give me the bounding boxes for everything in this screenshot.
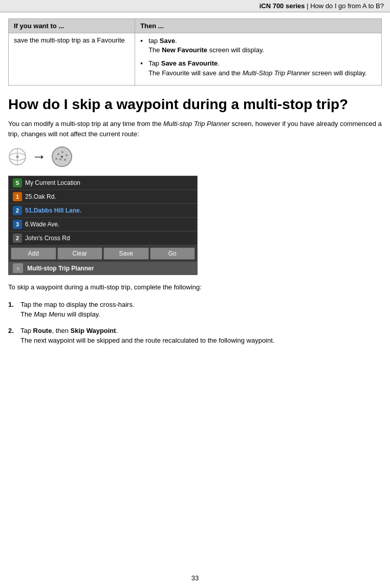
item-label: John's Cross Rd [25, 235, 70, 242]
item-label: 51.Dabbs Hill Lane. [25, 207, 81, 214]
screenshot-list: S My Current Location 1 25.Oak Rd. 2 51.… [9, 176, 197, 245]
svg-point-6 [57, 153, 59, 155]
item-number-2a: 2 [13, 206, 22, 215]
add-button[interactable]: Add [11, 247, 56, 260]
item-label: 25.Oak Rd. [25, 193, 56, 200]
table-cell-action: tap Save. The New Favourite screen will … [135, 33, 382, 86]
list-item: 2 John's Cross Rd [9, 232, 197, 245]
clear-button[interactable]: Clear [57, 247, 103, 260]
button-bar: Add Clear Save Go [9, 245, 197, 262]
svg-point-9 [59, 158, 61, 160]
list-item: Tap Save as Favourite. The Favourite wil… [140, 59, 376, 77]
step-1: 1. Tap the map to display the cross-hair… [8, 300, 382, 320]
col2-header: Then ... [135, 19, 382, 33]
steps-list: 1. Tap the map to display the cross-hair… [8, 300, 382, 346]
page-footer: 33 [0, 574, 390, 582]
svg-point-12 [61, 156, 63, 158]
skip-intro: To skip a waypoint during a multi-stop t… [8, 282, 382, 292]
page-number: 33 [191, 574, 199, 582]
item-number-3: 3 [13, 220, 22, 229]
globe-icon [51, 146, 73, 167]
save-button[interactable]: Save [103, 247, 149, 260]
svg-point-11 [55, 158, 57, 160]
svg-point-8 [66, 154, 68, 156]
gps-icon [8, 148, 27, 166]
series-name: iCN 700 series [259, 2, 305, 10]
page-header: iCN 700 series | How do I go from A to B… [0, 0, 390, 12]
table-cell-condition: save the multi-stop trip as a Favourite [9, 33, 135, 86]
screenshot-container: S My Current Location 1 25.Oak Rd. 2 51.… [8, 176, 198, 275]
step-2: 2. Tap Route, then Skip Waypoint. The ne… [8, 326, 382, 346]
footer-label: Multi-stop Trip Planner [27, 265, 94, 272]
list-item: S My Current Location [9, 176, 197, 190]
list-item: tap Save. The New Favourite screen will … [140, 36, 376, 55]
list-item-highlight: 2 51.Dabbs Hill Lane. [9, 204, 197, 218]
item-number-2b: 2 [13, 234, 22, 243]
svg-point-10 [64, 159, 66, 161]
info-table: If you want to ... Then ... save the mul… [8, 18, 382, 86]
main-content: If you want to ... Then ... save the mul… [0, 12, 390, 358]
list-item: 1 25.Oak Rd. [9, 190, 197, 204]
table-row: save the multi-stop trip as a Favourite … [9, 33, 382, 86]
header-text: iCN 700 series | How do I go from A to B… [259, 2, 384, 10]
arrow-icon: → [32, 149, 46, 165]
list-item: 3 6.Wade Ave. [9, 218, 197, 232]
step-2-content: Tap Route, then Skip Waypoint. The next … [20, 326, 382, 346]
screenshot-footer: ‹ Multi-stop Trip Planner [9, 262, 197, 275]
svg-point-3 [16, 155, 19, 158]
item-number-1: 1 [13, 192, 22, 201]
step-1-content: Tap the map to display the cross-hairs. … [20, 300, 382, 320]
intro-paragraph: You can modify a multi-stop trip at any … [8, 119, 382, 139]
step-num-1: 1. [8, 300, 20, 320]
item-number-s: S [13, 178, 22, 187]
item-label: My Current Location [25, 179, 80, 186]
back-button[interactable]: ‹ [13, 263, 23, 273]
section-heading: How do I skip a waypoint during a multi-… [8, 96, 382, 113]
col1-header: If you want to ... [9, 19, 135, 33]
step-num-2: 2. [8, 326, 20, 346]
go-button[interactable]: Go [150, 247, 196, 260]
screenshot-inner: S My Current Location 1 25.Oak Rd. 2 51.… [9, 176, 197, 245]
svg-point-7 [61, 151, 63, 153]
item-label: 6.Wade Ave. [25, 221, 59, 228]
icons-row: → [8, 146, 382, 167]
header-title: How do I go from A to B? [310, 2, 384, 10]
